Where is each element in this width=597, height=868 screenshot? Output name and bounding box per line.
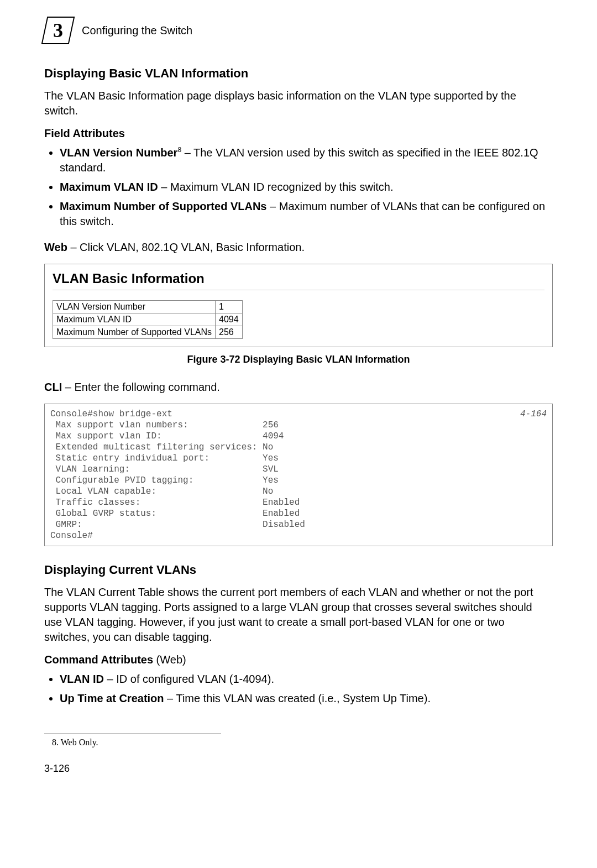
footnote-text: 8. Web Only. [52,738,553,747]
table-row: VLAN Version Number 1 [53,301,243,313]
page-container: 3 Configuring the Switch Displaying Basi… [0,0,597,797]
field-attributes-heading: Field Attributes [44,127,553,140]
term: Maximum Number of Supported VLANs [60,200,266,212]
cell-value: 1 [216,301,243,313]
command-attributes-heading: Command Attributes (Web) [44,653,553,666]
vlan-basic-info-panel: VLAN Basic Information VLAN Version Numb… [44,264,553,347]
term: Up Time at Creation [60,692,164,704]
list-item: Up Time at Creation – Time this VLAN was… [60,691,553,706]
command-attributes-list: VLAN ID – ID of configured VLAN (1-4094)… [44,672,553,706]
section-heading-vlan-basic: Displaying Basic VLAN Information [44,66,553,81]
cell-label: VLAN Version Number [53,301,216,313]
list-item: Maximum Number of Supported VLANs – Maxi… [60,199,553,229]
web-text: – Click VLAN, 802.1Q VLAN, Basic Informa… [67,241,305,253]
cell-label: Maximum VLAN ID [53,313,216,326]
section-heading-current-vlans: Displaying Current VLANs [44,563,553,577]
section2-intro: The VLAN Current Table shows the current… [44,585,553,645]
term-desc: – Maximum VLAN ID recognized by this swi… [158,181,394,193]
term: Maximum VLAN ID [60,181,158,193]
chapter-number-icon: 3 [41,17,75,44]
table-row: Maximum Number of Supported VLANs 256 [53,326,243,339]
page-number: 3-126 [44,763,553,775]
chapter-title: Configuring the Switch [82,24,192,37]
term: VLAN ID [60,673,104,685]
cli-instruction: CLI – Enter the following command. [44,380,553,395]
divider [53,290,544,290]
cmd-attr-rest: (Web) [153,653,186,666]
web-label: Web [44,241,67,253]
list-item: VLAN ID – ID of configured VLAN (1-4094)… [60,672,553,687]
panel-title: VLAN Basic Information [53,271,544,286]
cmd-attr-bold: Command Attributes [44,653,153,666]
list-item: VLAN Version Number8 – The VLAN version … [60,145,553,175]
figure-caption: Figure 3-72 Displaying Basic VLAN Inform… [44,354,553,365]
footnote-rule [44,734,221,734]
section1-intro: The VLAN Basic Information page displays… [44,88,553,118]
term-desc: – ID of configured VLAN (1-4094). [104,673,274,685]
cli-text: – Enter the following command. [62,381,220,393]
vlan-info-table: VLAN Version Number 1 Maximum VLAN ID 40… [53,300,243,339]
cli-output-box: 4-164Console#show bridge-ext Max support… [44,404,553,546]
field-attributes-list: VLAN Version Number8 – The VLAN version … [44,145,553,229]
cell-value: 4094 [216,313,243,326]
chapter-number: 3 [53,20,63,40]
cell-label: Maximum Number of Supported VLANs [53,326,216,339]
cli-label: CLI [44,381,62,393]
table-row: Maximum VLAN ID 4094 [53,313,243,326]
cli-output: Console#show bridge-ext Max support vlan… [50,409,305,541]
cell-value: 256 [216,326,243,339]
term: VLAN Version Number [60,147,177,159]
list-item: Maximum VLAN ID – Maximum VLAN ID recogn… [60,180,553,195]
chapter-header: 3 Configuring the Switch [44,17,553,44]
cli-page-ref: 4-164 [520,409,547,420]
term-desc: – Time this VLAN was created (i.e., Syst… [164,692,431,704]
web-instruction: Web – Click VLAN, 802.1Q VLAN, Basic Inf… [44,240,553,255]
